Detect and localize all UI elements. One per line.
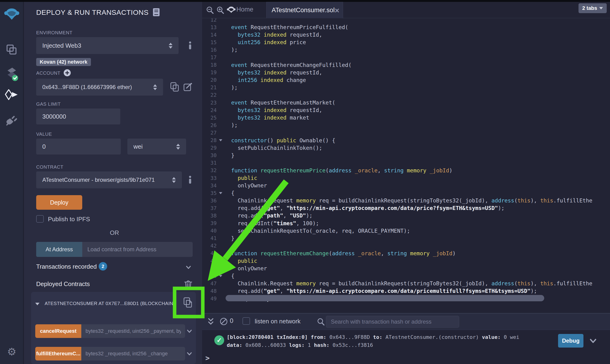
contract-select[interactable]: ATestnetConsumer - browser/gists/9b71e07… <box>36 171 182 188</box>
clear-console-icon[interactable] <box>219 317 228 326</box>
publish-ipfs-label: Publish to IPFS <box>48 216 90 223</box>
instance-collapse-icon[interactable] <box>35 303 40 305</box>
cancel-request-args-input[interactable] <box>81 324 185 338</box>
cancel-request-button[interactable]: cancelRequest <box>35 324 81 338</box>
contract-label: CONTRACT <box>36 164 64 170</box>
account-label: ACCOUNT <box>36 70 60 76</box>
home-tab-icon[interactable] <box>226 5 236 15</box>
code-line[interactable]: 19 bytes32 indexed requestId, <box>202 69 610 76</box>
code-line[interactable]: 48 req.add("get", "https://min-api.crypt… <box>202 287 610 295</box>
code-line[interactable]: 20 int256 indexed change <box>202 76 610 84</box>
copy-contract-address-icon[interactable] <box>183 297 193 309</box>
tab-active-file[interactable]: ATestnetConsumer.sol × <box>266 2 343 18</box>
account-select[interactable]: 0x643...9F88D (1.666673996 ether) <box>36 79 163 96</box>
code-line[interactable]: 36 Chainlink.Request memory req = buildC… <box>202 197 610 204</box>
deploy-run-icon[interactable] <box>0 89 24 101</box>
code-line[interactable]: 35 { <box>202 189 610 197</box>
code-line[interactable]: 44 public <box>202 257 610 265</box>
cancel-request-expand-icon[interactable] <box>186 328 192 334</box>
fulfill-ethereum-change-button[interactable]: fulfillEthereumC... <box>35 347 81 361</box>
code-line[interactable]: 27 <box>202 129 610 136</box>
code-area[interactable]: 1213 event RequestEthereumPriceFulfilled… <box>202 16 610 313</box>
tx-log-line-1[interactable]: [block:20780401 txIndex:0] from: 0x643..… <box>227 334 519 340</box>
or-separator: OR <box>36 229 193 236</box>
at-address-input[interactable] <box>82 242 193 257</box>
code-line[interactable]: 18 event RequestEthereumChangeFulfilled( <box>202 61 610 69</box>
plugin-manager-icon[interactable] <box>0 114 24 126</box>
code-line[interactable]: 25 bytes32 indexed market <box>202 114 610 121</box>
terminal-search-input[interactable] <box>326 316 459 328</box>
code-line[interactable]: 17 <box>202 53 610 61</box>
code-line[interactable]: 34 onlyOwner <box>202 182 610 189</box>
code-line[interactable]: 45 onlyOwner <box>202 265 610 272</box>
expand-terminal-icon[interactable] <box>207 318 214 326</box>
clear-instances-trash-icon[interactable] <box>184 280 192 290</box>
code-line[interactable]: 39 req.addInt("times", 100); <box>202 220 610 227</box>
fulfill-ethereum-change-args-input[interactable] <box>81 347 185 361</box>
code-line[interactable]: 40 sendChainlinkRequestTo(_oracle, req, … <box>202 227 610 234</box>
value-unit-select[interactable]: wei <box>127 139 186 155</box>
environment-select[interactable]: Injected Web3 <box>36 37 179 54</box>
tab-home[interactable]: Home <box>236 6 253 13</box>
code-line[interactable]: 28 constructor() public Ownable() { <box>202 137 610 144</box>
active-tab-label: ATestnetConsumer.sol <box>272 7 335 14</box>
code-line[interactable]: 47 Chainlink.Request memory req = buildC… <box>202 280 610 287</box>
listen-network-checkbox[interactable] <box>242 317 250 325</box>
code-line[interactable]: 26 ); <box>202 121 610 129</box>
zoom-out-icon[interactable] <box>206 6 214 15</box>
code-line[interactable]: 31 <box>202 159 610 167</box>
zoom-in-icon[interactable] <box>216 6 225 15</box>
file-explorer-icon[interactable] <box>0 44 24 55</box>
tabs-count-dropdown[interactable]: 2 tabs <box>579 3 607 13</box>
code-line[interactable]: 14 bytes32 indexed requestId, <box>202 31 610 39</box>
code-line[interactable]: 43 function requestEthereumChange(addres… <box>202 250 610 257</box>
at-address-button[interactable]: At Address <box>36 242 82 257</box>
transactions-collapse-icon[interactable] <box>186 264 191 270</box>
code-line[interactable]: 16 ); <box>202 46 610 53</box>
panel-title: DEPLOY & RUN TRANSACTIONS <box>36 8 148 16</box>
code-line[interactable]: 38 req.add("path", "USD"); <box>202 212 610 219</box>
settings-gear-icon[interactable]: ⚙ <box>0 347 24 357</box>
code-line[interactable]: 42 <box>202 242 610 250</box>
tabs-count-label: 2 tabs <box>582 5 597 11</box>
deploy-button[interactable]: Deploy <box>36 195 82 210</box>
code-line[interactable]: 21 ); <box>202 84 610 91</box>
fulfill-expand-icon[interactable] <box>186 351 192 356</box>
code-line[interactable]: 29 setPublicChainlinkToken(); <box>202 144 610 152</box>
code-line[interactable]: 41 } <box>202 234 610 242</box>
contract-info-icon[interactable] <box>188 176 192 185</box>
code-line[interactable]: 22 <box>202 91 610 99</box>
gas-limit-input[interactable]: 3000000 <box>36 108 120 124</box>
code-line[interactable]: 33 public <box>202 174 610 182</box>
code-line[interactable]: 46 { <box>202 272 610 280</box>
environment-label: ENVIRONMENT <box>36 30 72 36</box>
remix-logo-icon[interactable] <box>0 7 24 21</box>
sign-message-icon[interactable] <box>183 82 193 93</box>
deployed-contract-card[interactable]: ATESTNETCONSUMER AT 0X7E7...E80D1 (BLOCK… <box>31 292 196 364</box>
close-tab-icon[interactable]: × <box>335 6 339 14</box>
code-line[interactable]: 24 bytes32 indexed requestId, <box>202 106 610 114</box>
debug-button[interactable]: Debug <box>558 334 583 348</box>
code-line[interactable]: 15 uint256 indexed price <box>202 39 610 46</box>
code-line[interactable]: 37 req.add("get", "https://min-api.crypt… <box>202 204 610 212</box>
select-arrows-icon <box>153 84 157 90</box>
value-label: VALUE <box>36 131 52 137</box>
environment-info-icon[interactable] <box>188 41 192 50</box>
add-account-icon[interactable] <box>64 69 71 78</box>
tx-log-line-2[interactable]: data: 0x608...60033 logs: 1 hash: 0x53c.… <box>227 342 373 348</box>
window-top-strip <box>0 0 610 2</box>
code-lines: 1213 event RequestEthereumPriceFulfilled… <box>202 16 610 302</box>
value-input[interactable]: 0 <box>36 139 121 155</box>
code-line[interactable]: 30 } <box>202 152 610 159</box>
code-line[interactable]: 23 event RequestEthereumLastMarket( <box>202 99 610 106</box>
remix-ide-window: ⚙ DEPLOY & RUN TRANSACTIONS ENVIRONMENT … <box>0 0 610 364</box>
code-line[interactable]: 13 event RequestEthereumPriceFulfilled( <box>202 24 610 31</box>
deployed-contract-title: ATESTNETCONSUMER AT 0X7E7...E80D1 (BLOCK… <box>45 301 180 306</box>
tx-expand-icon[interactable] <box>589 337 597 345</box>
gas-limit-label: GAS LIMIT <box>36 102 61 107</box>
code-line[interactable]: 32 function requestEthereumPrice(address… <box>202 167 610 174</box>
solidity-compiler-icon[interactable] <box>0 67 24 82</box>
copy-account-icon[interactable] <box>170 82 179 93</box>
publish-ipfs-checkbox[interactable] <box>36 215 44 223</box>
horizontal-scrollbar[interactable] <box>225 295 544 301</box>
